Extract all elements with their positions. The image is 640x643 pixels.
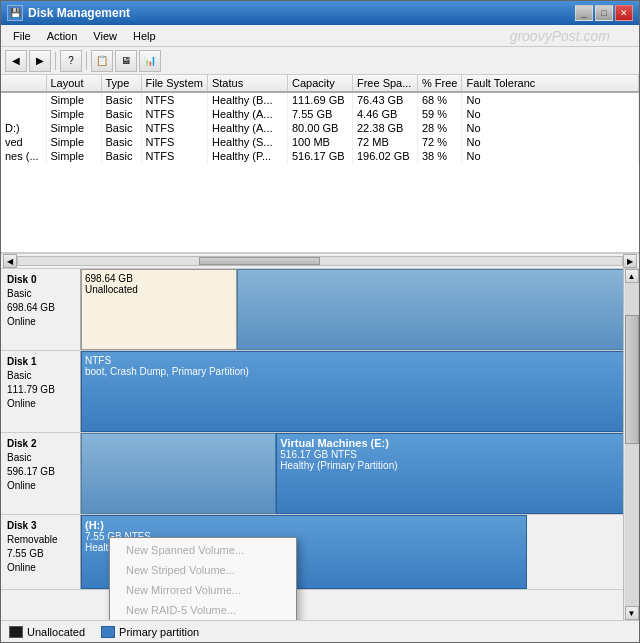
toolbar-sep-2 [86, 52, 87, 70]
col-layout[interactable]: Layout [46, 75, 101, 92]
legend-primary: Primary partition [101, 626, 199, 638]
menu-view[interactable]: View [85, 28, 125, 44]
disk-2-vm[interactable]: Virtual Machines (E:) 516.17 GB NTFS Hea… [276, 433, 639, 514]
ctx-new-striped[interactable]: New Striped Volume... [110, 560, 296, 580]
disk-0-unalloc-size: 698.64 GB [85, 273, 233, 284]
row-fault: No [462, 135, 639, 149]
forward-button[interactable]: ▶ [29, 50, 51, 72]
disk-1-primary[interactable]: NTFS boot, Crash Dump, Primary Partition… [81, 351, 639, 432]
disk-3-type: Removable [7, 534, 58, 545]
row-pct: 68 % [417, 92, 461, 107]
col-fault[interactable]: Fault Toleranc [462, 75, 639, 92]
col-type[interactable]: Type [101, 75, 141, 92]
row-type: Basic [101, 149, 141, 163]
row-name: nes (... [1, 149, 46, 163]
col-capacity[interactable]: Capacity [287, 75, 352, 92]
row-name: ved [1, 135, 46, 149]
horizontal-scroll-track[interactable] [17, 256, 623, 266]
col-fs[interactable]: File System [141, 75, 207, 92]
disk-0-segments: 698.64 GB Unallocated [81, 269, 639, 350]
table-row[interactable]: Simple Basic NTFS Healthy (A... 7.55 GB … [1, 107, 639, 121]
table-row[interactable]: D:) Simple Basic NTFS Healthy (A... 80.0… [1, 121, 639, 135]
scroll-down-button[interactable]: ▼ [625, 606, 639, 620]
row-free: 76.43 GB [352, 92, 417, 107]
disk-2-status: Online [7, 480, 36, 491]
menu-action[interactable]: Action [39, 28, 86, 44]
disk-1-status: Online [7, 398, 36, 409]
table-row[interactable]: Simple Basic NTFS Healthy (B... 111.69 G… [1, 92, 639, 107]
row-free: 22.38 GB [352, 121, 417, 135]
table-row[interactable]: ved Simple Basic NTFS Healthy (S... 100 … [1, 135, 639, 149]
row-fault: No [462, 149, 639, 163]
legend-unalloc-box [9, 626, 23, 638]
horizontal-scroll-thumb[interactable] [199, 257, 320, 265]
menu-file[interactable]: File [5, 28, 39, 44]
col-free[interactable]: Free Spa... [352, 75, 417, 92]
minimize-button[interactable]: _ [575, 5, 593, 21]
disk-2-seg1[interactable] [81, 433, 276, 514]
disk-0-row: Disk 0 Basic 698.64 GB Online 698.64 GB … [1, 269, 639, 351]
row-pct: 28 % [417, 121, 461, 135]
table-row[interactable]: nes (... Simple Basic NTFS Healthy (P...… [1, 149, 639, 163]
row-type: Basic [101, 92, 141, 107]
disk-3-id: Disk 3 [7, 519, 74, 533]
col-pct[interactable]: % Free [417, 75, 461, 92]
row-free: 72 MB [352, 135, 417, 149]
row-status: Healthy (S... [207, 135, 287, 149]
vertical-scrollbar[interactable]: ▲ ▼ [623, 269, 639, 620]
disk-3-label-drive: (H:) [85, 519, 523, 531]
row-layout: Simple [46, 135, 101, 149]
col-name[interactable] [1, 75, 46, 92]
disk-table: Layout Type File System Status Capacity … [1, 75, 639, 163]
help-button[interactable]: ? [60, 50, 82, 72]
window-title: Disk Management [28, 6, 130, 20]
disk-1-row: Disk 1 Basic 111.79 GB Online NTFS boot,… [1, 351, 639, 433]
ctx-new-raid5[interactable]: New RAID-5 Volume... [110, 600, 296, 620]
disk-1-id: Disk 1 [7, 355, 74, 369]
row-layout: Simple [46, 121, 101, 135]
disk-1-info: boot, Crash Dump, Primary Partition) [85, 366, 635, 377]
disk-3-status: Online [7, 562, 36, 573]
scroll-right-button[interactable]: ▶ [623, 254, 637, 268]
row-status: Healthy (A... [207, 121, 287, 135]
disk-2-vm-label: Virtual Machines (E:) [280, 437, 635, 449]
row-layout: Simple [46, 107, 101, 121]
row-type: Basic [101, 121, 141, 135]
legend-unalloc-label: Unallocated [27, 626, 85, 638]
vertical-scroll-thumb[interactable] [625, 315, 639, 444]
close-button[interactable]: ✕ [615, 5, 633, 21]
disk-list-button[interactable]: 📋 [91, 50, 113, 72]
scroll-left-button[interactable]: ◀ [3, 254, 17, 268]
maximize-button[interactable]: □ [595, 5, 613, 21]
back-button[interactable]: ◀ [5, 50, 27, 72]
menu-help[interactable]: Help [125, 28, 164, 44]
row-capacity: 7.55 GB [287, 107, 352, 121]
row-name: D:) [1, 121, 46, 135]
chart-button[interactable]: 📊 [139, 50, 161, 72]
window-controls: _ □ ✕ [575, 5, 633, 21]
content-area: Layout Type File System Status Capacity … [1, 75, 639, 642]
vertical-scroll-track[interactable] [625, 283, 639, 606]
disk-2-id: Disk 2 [7, 437, 74, 451]
col-status[interactable]: Status [207, 75, 287, 92]
ctx-new-mirrored[interactable]: New Mirrored Volume... [110, 580, 296, 600]
app-icon: 💾 [7, 5, 23, 21]
row-capacity: 80.00 GB [287, 121, 352, 135]
row-fs: NTFS [141, 121, 207, 135]
disk-0-label: Disk 0 Basic 698.64 GB Online [1, 269, 81, 350]
disk-3-size: 7.55 GB [7, 548, 44, 559]
disk-view-button[interactable]: 🖥 [115, 50, 137, 72]
row-fs: NTFS [141, 135, 207, 149]
toolbar: ◀ ▶ ? 📋 🖥 📊 [1, 47, 639, 75]
disk-0-id: Disk 0 [7, 273, 74, 287]
toolbar-sep-1 [55, 52, 56, 70]
disk-0-primary[interactable] [237, 269, 639, 350]
row-layout: Simple [46, 149, 101, 163]
disk-2-vm-status: Healthy (Primary Partition) [280, 460, 635, 471]
disk-2-segments: Virtual Machines (E:) 516.17 GB NTFS Hea… [81, 433, 639, 514]
horizontal-scrollbar[interactable]: ◀ ▶ [1, 253, 639, 269]
ctx-new-spanned[interactable]: New Spanned Volume... [110, 540, 296, 560]
row-status: Healthy (A... [207, 107, 287, 121]
disk-0-unalloc[interactable]: 698.64 GB Unallocated [81, 269, 237, 350]
scroll-up-button[interactable]: ▲ [625, 269, 639, 283]
